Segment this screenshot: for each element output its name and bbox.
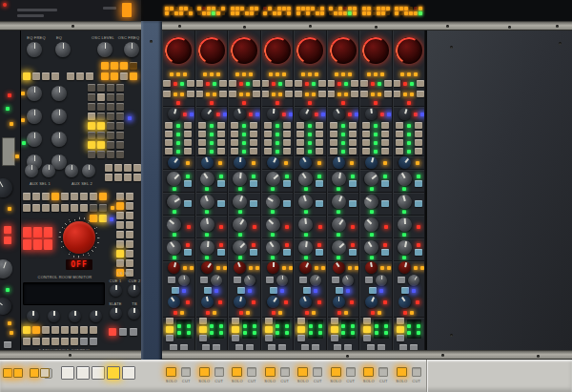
cut-button[interactable]: CUT <box>346 367 356 377</box>
mini-button[interactable] <box>299 277 307 283</box>
mini-button[interactable] <box>381 180 389 187</box>
panel-button[interactable] <box>32 326 40 334</box>
cut-button[interactable]: CUT <box>378 367 388 377</box>
mini-button[interactable] <box>417 80 424 87</box>
eq-knob[interactable] <box>51 86 67 101</box>
red-button[interactable] <box>4 237 11 244</box>
panel-button[interactable] <box>61 204 69 212</box>
mini-button[interactable] <box>330 131 337 137</box>
mini-button[interactable] <box>381 139 389 146</box>
mini-button[interactable] <box>397 326 404 333</box>
knob[interactable] <box>264 293 281 310</box>
mini-button[interactable] <box>367 344 375 350</box>
mini-button[interactable] <box>316 122 323 129</box>
mini-button[interactable] <box>369 287 377 294</box>
mini-button[interactable] <box>246 344 254 350</box>
panel-button[interactable] <box>126 221 133 229</box>
knob[interactable] <box>361 237 381 258</box>
mini-button[interactable] <box>349 122 357 129</box>
mini-button[interactable] <box>184 139 192 146</box>
solo-button[interactable]: SOLO <box>297 367 308 377</box>
knob[interactable] <box>329 192 348 211</box>
mini-button[interactable] <box>237 287 245 294</box>
mini-button[interactable] <box>415 139 422 146</box>
mini-button[interactable] <box>168 277 175 283</box>
mini-button[interactable] <box>184 122 192 129</box>
panel-button[interactable] <box>23 239 31 250</box>
knob[interactable] <box>296 192 315 210</box>
mini-button[interactable] <box>268 344 276 350</box>
panel-button[interactable] <box>107 151 114 158</box>
knob[interactable] <box>198 216 214 232</box>
knob[interactable] <box>231 192 249 210</box>
mini-button[interactable] <box>360 80 368 87</box>
mini-button[interactable] <box>349 139 357 146</box>
knob[interactable] <box>164 168 184 188</box>
panel-button[interactable] <box>116 132 124 139</box>
mini-button[interactable] <box>283 200 291 207</box>
mini-button[interactable] <box>265 318 273 324</box>
mini-button[interactable] <box>285 80 293 87</box>
mini-button[interactable] <box>415 122 422 129</box>
daw-knob[interactable] <box>48 310 60 322</box>
aux-sel-knob[interactable] <box>82 164 95 177</box>
mini-button[interactable] <box>349 200 357 207</box>
aux-sel-knob[interactable] <box>25 164 38 177</box>
knob[interactable] <box>198 105 215 122</box>
panel-button[interactable] <box>107 103 114 111</box>
knob[interactable] <box>263 237 283 258</box>
mini-button[interactable] <box>362 122 370 129</box>
eq-knob[interactable] <box>51 132 67 147</box>
mini-button[interactable] <box>330 148 337 155</box>
mini-button[interactable] <box>378 344 385 350</box>
cut-button[interactable]: CUT <box>181 367 191 377</box>
channel-gain-knob[interactable] <box>296 37 323 64</box>
panel-button[interactable] <box>32 193 40 200</box>
panel-button[interactable] <box>116 151 124 158</box>
mini-button[interactable] <box>187 91 194 97</box>
panel-button[interactable] <box>116 122 124 130</box>
channel-gain-knob[interactable] <box>330 37 357 64</box>
mini-button[interactable] <box>384 91 392 97</box>
knob[interactable] <box>266 108 279 121</box>
mini-button[interactable] <box>318 80 326 87</box>
panel-button[interactable] <box>107 141 114 149</box>
panel-button[interactable] <box>107 122 114 130</box>
mini-button[interactable] <box>381 249 389 256</box>
knob[interactable] <box>333 296 345 308</box>
mini-button[interactable] <box>396 148 403 155</box>
mini-button[interactable] <box>381 200 389 207</box>
cut-button[interactable]: CUT <box>247 367 256 377</box>
panel-button[interactable] <box>80 326 88 334</box>
panel-button[interactable] <box>71 326 78 334</box>
panel-button[interactable] <box>114 174 122 181</box>
eq-knob[interactable] <box>51 109 67 124</box>
mini-button[interactable] <box>166 326 174 333</box>
panel-button[interactable] <box>97 93 105 101</box>
mini-button[interactable] <box>415 131 422 137</box>
panel-button[interactable] <box>116 141 124 149</box>
eq-freq-knob[interactable] <box>27 42 42 57</box>
mini-button[interactable] <box>393 80 400 87</box>
mini-button[interactable] <box>396 131 403 137</box>
mini-button[interactable] <box>165 148 173 155</box>
panel-button[interactable] <box>90 338 97 345</box>
panel-button[interactable] <box>71 204 78 212</box>
panel-button[interactable] <box>116 259 124 267</box>
knob[interactable] <box>234 156 247 170</box>
mini-button[interactable] <box>253 91 260 97</box>
mini-button[interactable] <box>410 344 418 350</box>
mini-button[interactable] <box>415 200 422 207</box>
mini-button[interactable] <box>401 287 409 294</box>
mini-button[interactable] <box>231 122 238 129</box>
mini-button[interactable] <box>396 122 403 129</box>
cut-button[interactable]: CUT <box>412 367 421 377</box>
mini-button[interactable] <box>283 180 291 187</box>
mini-button[interactable] <box>336 287 343 294</box>
knob[interactable] <box>332 155 346 170</box>
panel-button[interactable] <box>88 93 95 101</box>
mini-button[interactable] <box>187 80 194 87</box>
white-button[interactable] <box>76 366 90 380</box>
knob[interactable] <box>297 106 314 122</box>
mini-button[interactable] <box>202 344 210 350</box>
